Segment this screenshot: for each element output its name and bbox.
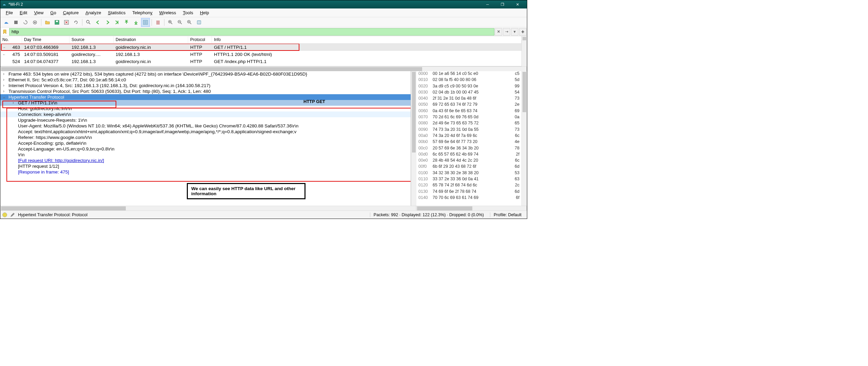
packet-row[interactable]: ←47514:07:03.509181goidirectory.…192.168… [0,51,521,58]
hex-row[interactable]: 010034 32 38 30 2e 38 38 2053 [416,170,521,177]
menu-file[interactable]: File [2,9,16,16]
close-button[interactable]: ✕ [510,0,525,8]
col-no[interactable]: No. [0,36,22,43]
menu-go[interactable]: Go [47,9,59,16]
go-to-packet-icon[interactable] [113,18,121,27]
detail-frame[interactable]: Frame 463: 534 bytes on wire (4272 bits)… [0,71,411,77]
hex-row[interactable]: 013074 69 6f 6e 2f 78 68 746d [416,189,521,195]
find-packet-icon[interactable] [84,18,93,27]
packet-bytes-pane[interactable]: 000000 1e a6 56 14 c0 5c e0c5001002 08 f… [416,71,521,206]
filter-add-icon[interactable]: + [519,28,527,36]
details-scrollbar[interactable] [411,71,416,206]
hex-row[interactable]: 003002 04 db 1b 00 00 47 4554 [416,90,521,96]
zoom-reset-icon[interactable] [185,18,194,27]
menu-telephony[interactable]: Telephony [129,9,156,16]
hex-row[interactable]: 000000 1e a6 56 14 c0 5c e0c5 [416,71,521,77]
colorize-icon[interactable] [154,18,162,27]
hex-row[interactable]: 00e028 4b 48 54 4d 4c 2c 206c [416,158,521,164]
menu-capture[interactable]: Capture [60,9,82,16]
detail-response-in[interactable]: [Response in frame: 475] [0,169,411,175]
hex-row[interactable]: 00f06b 6f 29 20 43 68 72 6f6d [416,164,521,170]
hex-row[interactable]: 00d06c 65 57 65 62 4b 69 742f [416,152,521,158]
hex-row[interactable]: 00c020 57 69 6e 36 34 3b 2078 [416,146,521,152]
filter-apply-icon[interactable]: ➝ [503,28,510,36]
hex-scrollbar[interactable] [521,71,527,206]
hex-row[interactable]: 00600a 43 6f 6e 6e 65 63 7469 [416,108,521,115]
open-file-icon[interactable] [43,18,52,27]
menu-help[interactable]: Help [197,9,213,16]
detail-http-encoding[interactable]: Accept-Encoding: gzip, deflate\r\n [0,140,411,146]
menu-edit[interactable]: Edit [16,9,31,16]
detail-http-upgrade[interactable]: Upgrade-Insecure-Requests: 1\r\n [0,117,411,123]
detail-http-connection[interactable]: Connection: keep-alive\r\n [0,111,411,117]
hex-row[interactable]: 00a074 3a 20 4d 6f 7a 69 6c6c [416,133,521,139]
go-first-icon[interactable] [122,18,131,27]
capture-options-icon[interactable] [31,18,39,27]
detail-http-ua[interactable]: User-Agent: Mozilla/5.0 (Windows NT 10.0… [0,123,411,129]
close-file-icon[interactable] [62,18,71,27]
detail-http-referer[interactable]: Referer: https://www.google.com/\r\n [0,135,411,140]
menu-wireless[interactable]: Wireless [156,9,180,16]
menu-view[interactable]: View [31,9,47,16]
packet-list-scrollbar[interactable] [521,36,527,66]
detail-ethernet[interactable]: Ethernet II, Src: 5c:e0:c5:8c:ce:77, Dst… [0,77,411,83]
zoom-in-icon[interactable] [166,18,175,27]
menu-statistics[interactable]: Statistics [104,9,129,16]
filter-clear-icon[interactable]: ✕ [495,28,502,36]
detail-ip[interactable]: Internet Protocol Version 4, Src: 192.16… [0,83,411,88]
hex-row[interactable]: 00402f 31 2e 31 0d 0a 48 6f73 [416,96,521,102]
menu-analyze[interactable]: Analyze [82,9,104,16]
packet-details-pane[interactable]: Frame 463: 534 bytes on wire (4272 bits)… [0,71,411,206]
wireshark-icon [2,2,6,6]
detail-http-host[interactable]: Host: goidirectory.nic.in\r\n [0,106,411,111]
hex-row[interactable]: 00802d 49 6e 73 65 63 75 7265 [416,121,521,127]
minimize-button[interactable]: ─ [480,0,495,8]
statusbar: Hypertext Transfer Protocol: Protocol Pa… [0,210,527,219]
col-info[interactable]: Info [212,36,521,43]
edit-capture-comment-icon[interactable] [10,212,15,218]
start-capture-icon[interactable] [2,18,11,27]
save-file-icon[interactable] [53,18,61,27]
detail-http-crlf[interactable]: \r\n [0,152,411,158]
auto-scroll-icon[interactable] [141,18,150,27]
detail-http-accept[interactable]: Accept: text/html,application/xhtml+xml,… [0,129,411,135]
packet-row[interactable]: →46314:07:03.466369192.168.1.3goidirecto… [0,44,521,51]
status-selection: Hypertext Transfer Protocol: Protocol [18,212,87,217]
hex-row[interactable]: 005069 72 65 63 74 6f 72 792e [416,102,521,108]
hex-row[interactable]: 00203a d9 c5 c9 00 50 93 0e99 [416,84,521,90]
hex-row[interactable]: 011033 37 2e 33 36 0d 0a 4163 [416,177,521,183]
detail-http[interactable]: Hypertext Transfer Protocol [0,94,411,100]
hex-row[interactable]: 014070 70 6c 69 63 61 74 696f [416,195,521,201]
detail-http-lang[interactable]: Accept-Language: en-US,en;q=0.9,bn;q=0.8… [0,146,411,152]
go-forward-icon[interactable] [103,18,112,27]
packet-list[interactable]: No. Day Time Source Destination Protocol… [0,36,521,66]
col-destination[interactable]: Destination [114,36,188,43]
packet-row[interactable]: 52414:07:04.074377192.168.1.3goidirector… [0,58,521,65]
expert-info-icon[interactable] [2,212,7,217]
filter-recent-icon[interactable]: ▾ [511,28,518,36]
reload-icon[interactable] [72,18,80,27]
stop-capture-icon[interactable] [12,18,20,27]
detail-tcp[interactable]: Transmission Control Protocol, Src Port:… [0,88,411,94]
status-profile[interactable]: Profile: Default [490,212,525,217]
resize-columns-icon[interactable] [195,18,203,27]
go-last-icon[interactable] [132,18,140,27]
filter-bookmark-icon[interactable] [1,28,8,36]
zoom-out-icon[interactable] [176,18,184,27]
hex-row[interactable]: 007070 2d 61 6c 69 76 65 0d0a [416,115,521,121]
go-back-icon[interactable] [94,18,102,27]
col-time[interactable]: Day Time [22,36,70,43]
maximize-button[interactable]: ❐ [495,0,510,8]
hex-row[interactable]: 012065 78 74 2f 68 74 6d 6c2c [416,183,521,189]
display-filter-input[interactable] [9,28,494,36]
detail-http-get[interactable]: GET / HTTP/1.1\r\n [0,100,411,106]
col-protocol[interactable]: Protocol [188,36,212,43]
hex-row[interactable]: 001002 08 fa f5 40 00 80 065d [416,77,521,83]
menu-tools[interactable]: Tools [179,9,196,16]
detail-http-request[interactable]: [HTTP request 1/12] [0,163,411,169]
restart-capture-icon[interactable] [21,18,30,27]
col-source[interactable]: Source [70,36,114,43]
detail-full-uri[interactable]: [Full request URI: http://goidirectory.n… [0,158,411,163]
hex-row[interactable]: 009074 73 3a 20 31 0d 0a 5573 [416,127,521,133]
hex-row[interactable]: 00b057 69 6e 64 6f 77 73 204e [416,139,521,145]
